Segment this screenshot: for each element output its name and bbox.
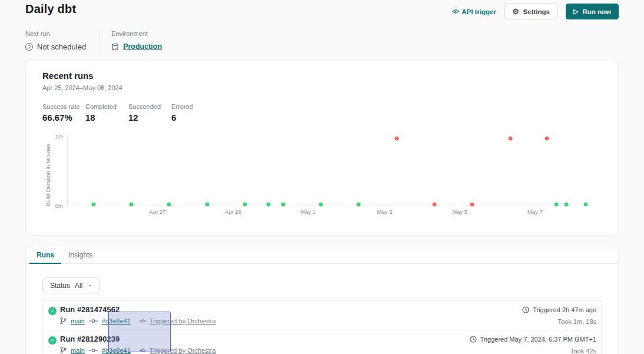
status-filter-dropdown[interactable]: Status All ⌄ (42, 277, 100, 293)
run-dot-error[interactable] (395, 136, 399, 140)
status-filter-value: All (75, 282, 82, 290)
header-actions: </> API trigger ⚙ Settings ▷ Run now (452, 2, 619, 19)
status-filter-label: Status (50, 282, 70, 290)
next-run-label: Next run (25, 30, 86, 37)
run-meta: main #d3e8e41 </> Triggered by Orchestra (60, 317, 522, 325)
page-title: Daily dbt (25, 2, 76, 16)
chart-y-ticks: 1m 0m (53, 135, 67, 206)
stat-completed: Completed 18 (85, 103, 128, 123)
tab-insights-label: Insights (68, 251, 92, 259)
next-run-block: Next run ? Not scheduled (25, 30, 99, 51)
run-dot-success[interactable] (564, 202, 568, 206)
commit-icon (89, 319, 98, 323)
play-icon: ▷ (573, 8, 578, 15)
triggered-by-link[interactable]: Triggered by Orchestra (150, 347, 216, 354)
run-now-label: Run now (582, 8, 611, 15)
run-dot-success[interactable] (554, 202, 558, 206)
stat-value: 18 (85, 113, 128, 123)
runs-list: ✓ Run #281474562 main (42, 300, 602, 354)
x-tick-label: Apr 29 (225, 209, 241, 215)
code-icon: </> (140, 348, 145, 353)
gear-icon: ⚙ (512, 8, 519, 15)
filter-row: Status All ⌄ (26, 264, 618, 300)
stat-label: Succeeded (128, 103, 171, 110)
run-dot-success[interactable] (205, 202, 210, 206)
run-triggered-time: Triggered May 7, 2024, 6:37 PM GMT+1 (470, 336, 596, 343)
tab-insights[interactable]: Insights (61, 246, 99, 263)
run-dot-error[interactable] (545, 136, 549, 140)
settings-button[interactable]: ⚙ Settings (504, 4, 557, 19)
database-icon (111, 43, 119, 51)
y-tick-1m: 1m (55, 134, 63, 140)
page-header: Daily dbt </> API trigger ⚙ Settings ▷ R… (0, 0, 644, 19)
triggered-by-link[interactable]: Triggered by Orchestra (150, 317, 216, 325)
chevron-down-icon: ⌄ (87, 283, 92, 286)
tab-bar: Runs Insights (26, 246, 618, 264)
run-dot-success[interactable] (281, 202, 285, 206)
run-dot-success[interactable] (318, 202, 323, 206)
clock-icon (470, 336, 477, 343)
run-now-button[interactable]: ▷ Run now (566, 4, 619, 19)
stat-label: Completed (85, 103, 128, 110)
stat-value: 12 (128, 113, 171, 123)
run-row-1[interactable]: ✓ Run #281474562 main (43, 301, 601, 330)
runs-card: Runs Insights Status All ⌄ ✓ Run #281474… (25, 246, 619, 354)
recent-runs-card: Recent runs Apr 25, 2024–May 08, 2024 Su… (25, 59, 619, 236)
run-dot-success[interactable] (266, 202, 270, 206)
stat-errored: Errored 6 (171, 103, 214, 123)
run-dot-error[interactable] (508, 136, 512, 140)
stat-value: 6 (171, 113, 214, 123)
run-dot-success[interactable] (357, 202, 361, 206)
x-tick-label: May 1 (300, 209, 316, 215)
api-trigger-label: API trigger (462, 8, 496, 15)
run-title: Run #281290239 (60, 335, 470, 343)
next-run-value: ? Not scheduled (25, 42, 86, 51)
run-row-2[interactable]: ✓ Run #281290239 main (43, 330, 601, 354)
stat-value: 66.67% (42, 113, 85, 123)
run-title: Run #281474562 (60, 305, 522, 314)
x-tick-label: Apr 27 (150, 209, 166, 215)
stat-succeeded: Succeeded 12 (128, 103, 171, 123)
tab-runs-label: Runs (36, 251, 54, 259)
chart-y-axis-label: Build Duration in Minutes (42, 135, 53, 206)
environment-block: Environment Production (99, 30, 175, 51)
y-tick-0m: 0m (55, 203, 63, 209)
run-duration: Took 42s (470, 348, 596, 354)
code-icon: </> (452, 8, 459, 15)
run-dot-success[interactable] (91, 202, 95, 206)
stat-label: Success rate (42, 103, 85, 110)
settings-label: Settings (523, 8, 550, 15)
branch-link[interactable]: main (71, 347, 85, 354)
api-trigger-link[interactable]: </> API trigger (452, 8, 496, 15)
run-meta: main #d3e8e41 </> Triggered by Orchestra (60, 346, 470, 354)
build-duration-chart: Build Duration in Minutes 1m 0m Apr 27Ap… (42, 135, 602, 218)
run-dot-success[interactable] (167, 202, 171, 206)
run-duration: Took 1m, 18s (522, 318, 596, 325)
commit-icon (89, 348, 98, 353)
stat-label: Errored (171, 103, 214, 110)
commit-link[interactable]: #d3e8e41 (102, 317, 131, 325)
git-branch-icon (60, 317, 67, 325)
run-dot-success[interactable] (583, 202, 587, 206)
run-dot-error[interactable] (470, 202, 474, 206)
branch-link[interactable]: main (71, 317, 85, 325)
clock-icon (522, 306, 529, 313)
commit-link[interactable]: #d3e8e41 (102, 347, 131, 354)
recent-runs-title: Recent runs (42, 71, 602, 81)
run-dot-success[interactable] (243, 202, 247, 206)
chart-plot (67, 135, 593, 206)
chart-x-ticks: Apr 27Apr 29May 1May 3May 5May 7 (67, 209, 593, 218)
x-tick-label: May 7 (527, 209, 543, 215)
x-tick-label: May 3 (377, 209, 392, 215)
next-run-text: Not scheduled (37, 42, 86, 51)
stats-row: Success rate 66.67% Completed 18 Succeed… (42, 103, 602, 123)
run-dot-error[interactable] (432, 202, 436, 206)
code-icon: </> (140, 318, 145, 324)
run-dot-success[interactable] (129, 202, 133, 206)
tab-runs[interactable]: Runs (29, 246, 61, 263)
success-check-icon: ✓ (48, 307, 57, 315)
success-check-icon: ✓ (48, 336, 57, 345)
run-triggered-time: Triggered 2h 47m ago (522, 306, 596, 313)
environment-label: Environment (111, 30, 162, 37)
environment-link[interactable]: Production (123, 42, 162, 51)
